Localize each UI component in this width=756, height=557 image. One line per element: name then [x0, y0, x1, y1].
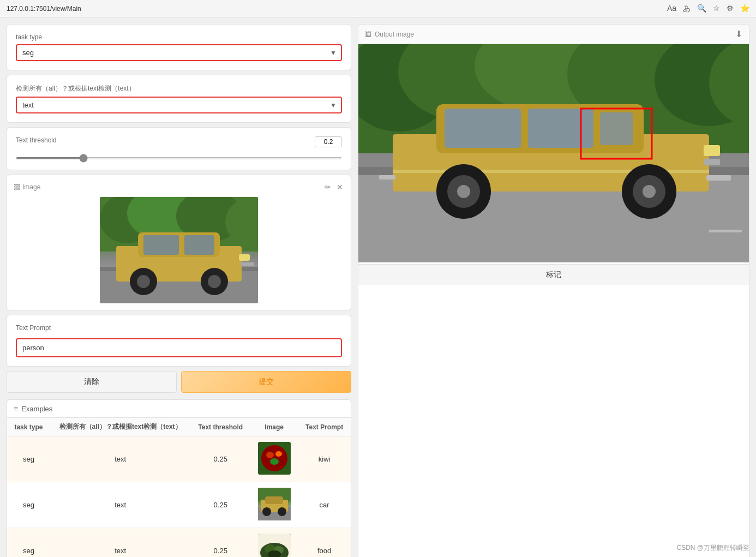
- detect-mode-select[interactable]: text all: [16, 97, 342, 113]
- image-section-label: 🖼 Image: [14, 183, 40, 191]
- col-detect-mode: 检测所有（all）？或根据text检测（text）: [50, 418, 190, 436]
- table-row[interactable]: seg text 0.25: [7, 436, 351, 482]
- row2-mode: text: [50, 482, 190, 528]
- row2-prompt: car: [298, 482, 351, 528]
- svg-rect-43: [709, 230, 742, 232]
- detect-mode-wrapper: text all ▼: [16, 97, 342, 113]
- svg-point-12: [137, 275, 150, 288]
- examples-icon: ≡: [14, 404, 18, 413]
- svg-rect-53: [379, 175, 395, 179]
- left-panel: task type seg det cls ▼ 检测所有（all）？或根据tex…: [7, 24, 351, 557]
- svg-point-56: [457, 185, 470, 198]
- row3-task: seg: [7, 528, 50, 558]
- row1-mode: text: [50, 436, 190, 482]
- image-icon: 🖼: [14, 183, 20, 191]
- svg-rect-50: [704, 145, 720, 156]
- output-image-icon: 🖼: [365, 31, 371, 38]
- detect-mode-section: 检测所有（all）？或根据text检测（text） text all ▼: [7, 75, 351, 123]
- svg-point-59: [643, 185, 656, 198]
- output-header: 🖼 Output image ⬇: [358, 25, 749, 44]
- image-upload-section: 🖼 Image ✏ ✕: [7, 175, 351, 310]
- row2-task: seg: [7, 482, 50, 528]
- threshold-header: Text threshold: [16, 136, 342, 147]
- examples-table: task type 检测所有（all）？或根据text检测（text） Text…: [7, 418, 351, 557]
- svg-point-26: [262, 507, 271, 516]
- svg-rect-52: [706, 175, 731, 181]
- task-type-select[interactable]: seg det cls: [16, 44, 342, 61]
- output-scene-svg: [358, 44, 749, 262]
- output-header-left: 🖼 Output image: [365, 31, 414, 38]
- table-row[interactable]: seg text 0.25: [7, 482, 351, 528]
- output-section: 🖼 Output image ⬇: [358, 24, 749, 557]
- image-controls: ✏ ✕: [323, 182, 344, 193]
- row3-mode: text: [50, 528, 190, 558]
- svg-rect-25: [265, 496, 283, 504]
- svg-point-21: [270, 458, 279, 465]
- browser-url: 127.0.0.1:7501/view/Main: [7, 5, 81, 13]
- col-image: Image: [250, 418, 298, 436]
- text-prompt-section: Text Prompt: [7, 315, 351, 367]
- text-prompt-label: Text Prompt: [16, 324, 342, 332]
- row1-image-thumb: [258, 442, 291, 475]
- table-header-row: task type 检测所有（all）？或根据text检测（text） Text…: [7, 418, 351, 436]
- browser-bar: 127.0.0.1:7501/view/Main Aa あ 🔍 ☆ ⚙ ⭐: [0, 0, 756, 17]
- row3-prompt: food: [298, 528, 351, 558]
- svg-point-19: [266, 452, 274, 458]
- svg-rect-9: [143, 235, 179, 255]
- threshold-section: Text threshold: [7, 127, 351, 170]
- image-preview-container: [14, 197, 344, 303]
- svg-rect-16: [241, 262, 254, 266]
- svg-rect-48: [600, 112, 633, 145]
- svg-rect-10: [184, 235, 214, 255]
- svg-rect-47: [528, 109, 593, 148]
- row2-image: [250, 482, 298, 528]
- watermark: CSDN @万里鹏程转瞬至: [676, 543, 749, 553]
- clear-button[interactable]: 清除: [7, 371, 177, 393]
- uploaded-image: [100, 197, 258, 303]
- browser-icons: Aa あ 🔍 ☆ ⚙ ⭐: [667, 4, 749, 14]
- col-task-type: task type: [7, 418, 50, 436]
- row2-threshold: 0.25: [190, 482, 250, 528]
- text-prompt-input[interactable]: [16, 338, 342, 357]
- remove-image-button[interactable]: ✕: [335, 182, 344, 193]
- row1-prompt: kiwi: [298, 436, 351, 482]
- svg-rect-15: [239, 254, 250, 261]
- col-threshold: Text threshold: [190, 418, 250, 436]
- main-layout: task type seg det cls ▼ 检测所有（all）？或根据tex…: [0, 17, 756, 557]
- submit-button[interactable]: 提交: [181, 371, 351, 393]
- table-row[interactable]: seg text 0.25: [7, 528, 351, 558]
- threshold-value-input[interactable]: [315, 136, 342, 147]
- examples-header: ≡ Examples: [7, 400, 351, 418]
- row3-image: [250, 528, 298, 558]
- svg-point-14: [208, 275, 221, 288]
- task-type-wrapper: seg det cls ▼: [16, 44, 342, 61]
- detect-mode-label: 检测所有（all）？或根据text检测（text）: [16, 84, 342, 93]
- col-prompt: Text Prompt: [298, 418, 351, 436]
- threshold-slider[interactable]: [16, 157, 342, 159]
- examples-section: ≡ Examples task type 检测所有（all）？或根据text检测…: [7, 399, 351, 557]
- action-buttons: 清除 提交: [7, 371, 351, 393]
- threshold-label: Text threshold: [16, 136, 57, 144]
- download-button[interactable]: ⬇: [735, 29, 742, 39]
- svg-point-20: [275, 451, 282, 457]
- row1-threshold: 0.25: [190, 436, 250, 482]
- task-type-section: task type seg det cls ▼: [7, 24, 351, 70]
- row2-image-thumb: [258, 488, 291, 520]
- row3-threshold: 0.25: [190, 528, 250, 558]
- examples-label: Examples: [21, 405, 52, 413]
- row3-image-thumb: [258, 534, 291, 557]
- row1-task: seg: [7, 436, 50, 482]
- output-image-container: [358, 44, 749, 264]
- right-panel: 🖼 Output image ⬇: [358, 24, 749, 557]
- task-type-label: task type: [16, 33, 342, 41]
- car-svg: [100, 197, 258, 303]
- output-label: 标记: [358, 264, 749, 285]
- svg-rect-46: [445, 109, 521, 148]
- edit-image-button[interactable]: ✏: [323, 182, 332, 193]
- row1-image: [250, 436, 298, 482]
- output-header-label: Output image: [375, 31, 414, 38]
- image-section-header: 🖼 Image ✏ ✕: [14, 182, 344, 193]
- svg-rect-51: [704, 159, 720, 165]
- svg-point-27: [278, 507, 286, 516]
